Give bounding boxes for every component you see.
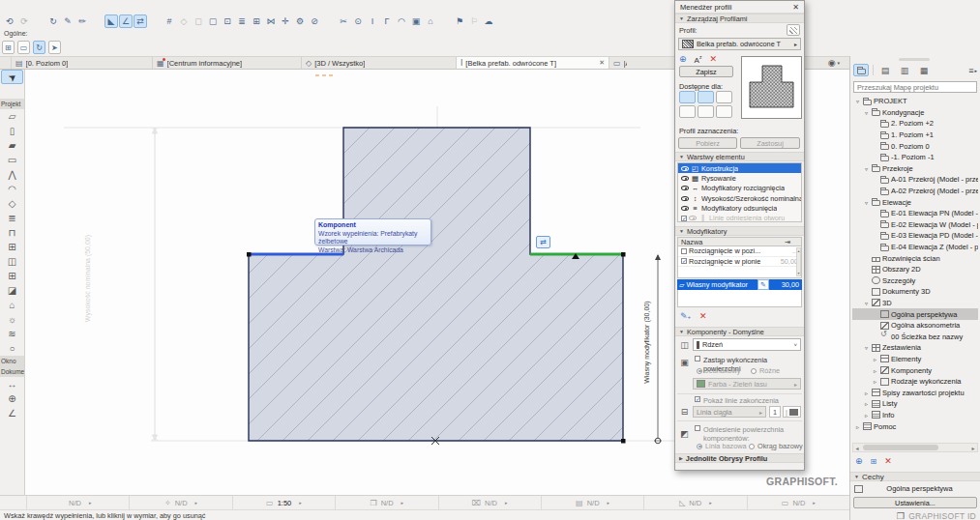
expand-icon[interactable]: ▹ — [872, 378, 878, 385]
tree-item[interactable]: ▿ Zestawienia — [852, 342, 978, 354]
uniform-option[interactable]: Jednakowy — [697, 366, 741, 375]
override-surfaces-checkbox[interactable] — [695, 356, 700, 361]
toolbox-tool-zone-tool[interactable]: ○ — [0, 341, 24, 356]
tree-item[interactable]: ▹ Rodzaje wykończenia — [852, 376, 978, 388]
delete-profile-icon[interactable]: ✕ — [709, 54, 717, 64]
get-button[interactable]: Pobierz — [678, 137, 737, 149]
rename-profile-icon[interactable]: Az — [695, 54, 702, 65]
add-view-icon[interactable]: ⊕ — [855, 456, 863, 466]
clone-folder-icon[interactable]: ⊞ — [871, 457, 877, 466]
menu-item[interactable] — [31, 6, 45, 8]
menu-item[interactable] — [45, 6, 58, 8]
dialog-titlebar[interactable]: Menedżer profili ✕ — [675, 1, 804, 14]
toolbox-tool-beam-tool[interactable]: ▰ — [0, 138, 24, 153]
search-input[interactable] — [853, 81, 977, 93]
different-option[interactable]: Różne — [751, 366, 780, 375]
menu-item[interactable] — [112, 6, 126, 8]
toolbar-button-grid-snap[interactable]: # — [163, 14, 176, 28]
tree-item[interactable]: A-01 Przekrój (Model - przebudowani — [852, 174, 978, 186]
element-type-icon-beam[interactable] — [698, 91, 714, 103]
add-modifier-icon[interactable]: ✎+ — [680, 311, 691, 321]
pen-number[interactable]: 1 — [769, 406, 781, 418]
tree-item[interactable]: ▹ Info — [852, 410, 978, 421]
tree-item[interactable]: Szczegóły — [852, 275, 978, 287]
toolbar-button-adjust[interactable]: I — [366, 14, 379, 28]
uniform-radio[interactable] — [697, 368, 702, 374]
element-type-icon-info[interactable] — [716, 105, 732, 118]
toolbar-button-fit[interactable]: ⋈ — [264, 14, 278, 28]
toolbar-button-zoom[interactable]: ⊙ — [351, 14, 365, 28]
expand-icon[interactable]: ▹ — [863, 400, 870, 407]
eye-icon[interactable] — [689, 216, 697, 220]
tab[interactable]: ◇ [3D / Wszystko] — [302, 57, 457, 69]
tree-item[interactable]: Ogólna aksonometria — [852, 320, 978, 332]
component-dropdown[interactable]: Rdzeń ˅ — [693, 338, 801, 351]
layer-row[interactable]: ↕ Wysokość/Szerokość nominalna — [678, 193, 801, 203]
toolbox-tool-slab-tool[interactable]: ▭ — [0, 153, 24, 167]
custom-modifier-value[interactable]: 30,00 — [769, 279, 802, 290]
graphisoft-id[interactable]: ❒ GRAPHISOFT ID — [897, 511, 976, 520]
tree-item[interactable]: ▿ PROJEKT — [852, 96, 978, 107]
toolbar-button-options[interactable]: ⚙ — [293, 14, 307, 28]
quick-option-control-rebuild-toggle[interactable]: ↻ — [33, 41, 45, 54]
quickbar-segment[interactable]: N/D ▸ — [26, 496, 129, 509]
section-element-layers[interactable]: ▼Warstwy elementu — [675, 152, 804, 161]
toolbar-button-corner[interactable]: Γ — [380, 14, 394, 28]
quickbar-segment[interactable]: ▭ N/D ▸ — [747, 496, 849, 509]
tree-item[interactable]: 00 Ścieżka bez nazwy — [852, 331, 978, 342]
toolbox-tool-wall-tool[interactable]: ▱ — [0, 109, 24, 124]
tab[interactable]: ▤ [0. Poziom 0] — [12, 57, 153, 69]
pen-color-control[interactable]: | — [783, 406, 801, 418]
layer-row[interactable]: ▦ Rysowanie — [678, 173, 801, 183]
toolbar-button-layers[interactable]: ≣ — [235, 14, 249, 28]
tree-item[interactable]: -1. Poziom -1 — [852, 152, 978, 163]
tree-item[interactable]: ▹ Pomoc — [852, 420, 978, 432]
different-radio[interactable] — [751, 368, 757, 374]
section-uniform-outlines[interactable]: ▶Jednolite Obrysy Profilu — [675, 453, 804, 463]
toolbar-button-transfer[interactable]: ⇄ — [134, 14, 147, 28]
modifiers-scrollbar[interactable]: ▴▾ — [796, 247, 801, 276]
tree-item[interactable]: ▿ Kondygnacje — [852, 107, 978, 119]
toolbox-tool-stair-tool[interactable]: ≣ — [0, 211, 24, 225]
expand-icon[interactable]: ▿ — [863, 300, 870, 306]
menu-item[interactable] — [99, 6, 112, 8]
section-modifiers[interactable]: ▼Modyfikatory — [675, 226, 804, 236]
expand-icon[interactable]: ▹ — [854, 423, 861, 430]
toolbar-button[interactable] — [90, 14, 104, 28]
dialog-close-icon[interactable]: ✕ — [792, 3, 799, 12]
scroll-right-icon[interactable]: ▸ — [969, 445, 977, 451]
expand-icon[interactable]: ▹ — [863, 390, 870, 396]
project-map-icon[interactable] — [853, 64, 869, 76]
eye-icon[interactable] — [681, 166, 689, 171]
toolbox-tool[interactable]: Okno — [0, 356, 24, 366]
toolbar-button-inject[interactable]: ✎ — [61, 14, 74, 28]
end-lines-option[interactable]: Pokaż linie zakończenia — [695, 396, 779, 405]
paint-dropdown[interactable]: Farba - Zieleń lasu ▸ — [693, 378, 801, 390]
section-manage-profiles[interactable]: ▼Zarządzaj Profilami — [675, 14, 804, 23]
tree-item[interactable]: 1. Poziom +1 — [852, 130, 978, 141]
toolbox-tool[interactable]: Projekt — [0, 99, 24, 109]
layout-book-icon[interactable]: ▥ — [897, 64, 912, 76]
expand-icon[interactable]: ▹ — [872, 367, 878, 374]
edit-offset-badge-icon[interactable]: ⇄ — [536, 236, 550, 248]
toolbar-button-pick-up[interactable]: ↻ — [46, 14, 60, 28]
tree-item[interactable]: ▿ 3D — [852, 298, 978, 309]
tree-item[interactable]: 2. Poziom +2 — [852, 118, 978, 130]
toolbar-button-frame[interactable]: ▣ — [409, 14, 423, 28]
quickbar-segment[interactable]: ▭ 1:50 ▸ — [232, 496, 335, 509]
tree-item[interactable]: Obszary 2D — [852, 264, 978, 275]
tree-item[interactable]: E-04 Elewacja Z (Model - przebudowa — [852, 242, 978, 253]
tree-item[interactable]: E-02 Elewacja W (Model - przebudow — [852, 219, 978, 231]
scrollbar-thumb[interactable] — [863, 445, 938, 450]
end-lines-checkbox[interactable] — [695, 396, 700, 402]
toolbar-button-shape[interactable]: ▢ — [206, 14, 220, 28]
toolbar-button-fillet[interactable]: ◠ — [395, 14, 408, 28]
toolbar-button-redo[interactable]: ⟳ — [17, 14, 31, 28]
tree-item[interactable]: Rozwinięcia ścian — [852, 252, 978, 264]
tree-item[interactable]: A-02 Przekrój (Model - przebudowani — [852, 186, 978, 197]
toolbar-button-lock[interactable]: ⊡ — [221, 14, 234, 28]
tree-item[interactable]: E-03 Elewacja PD (Model - przebudow — [852, 230, 978, 242]
tree-item[interactable]: ▿ Elewacje — [852, 196, 978, 208]
toolbar-button-split[interactable]: ✂ — [337, 14, 350, 28]
custom-modifier-row[interactable]: ▱ Własny modyfikator ✎ 30,00 — [677, 279, 802, 290]
